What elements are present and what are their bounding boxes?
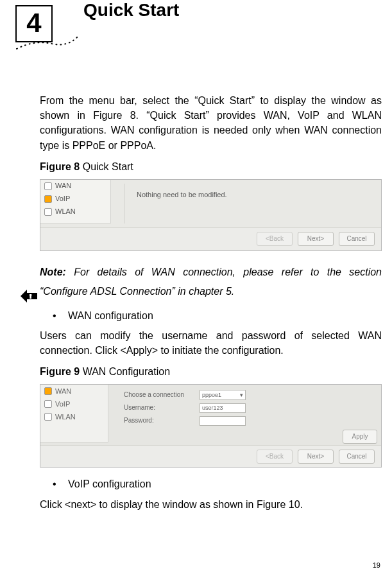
select-value: pppoe1 xyxy=(202,391,221,399)
sidebar-item-label: VoIP xyxy=(55,399,70,410)
bullet-dot-icon: • xyxy=(53,308,68,323)
divider xyxy=(124,184,124,223)
sidebar-item-label: WAN xyxy=(55,387,71,397)
figure-8-label: Figure 8 Quick Start xyxy=(40,159,382,174)
chapter-number: 4 xyxy=(15,5,53,42)
back-button[interactable]: <Back xyxy=(257,232,293,246)
password-field[interactable] xyxy=(200,416,246,426)
figure-8-sidebar: WAN VoIP WLAN xyxy=(40,180,111,223)
list-item[interactable]: WAN xyxy=(40,385,108,398)
bullet-label: WAN configuration xyxy=(68,308,153,323)
note-prefix: Note: xyxy=(40,267,66,277)
sidebar-item-label: WAN xyxy=(55,181,71,191)
intro-paragraph: From the menu bar, select the “Quick Sta… xyxy=(40,93,382,153)
figure-9: WAN VoIP WLAN Choose a connection pppoe1… xyxy=(40,384,382,468)
figure-9-sidebar: WAN VoIP WLAN xyxy=(40,385,108,442)
cancel-button[interactable]: Cancel xyxy=(339,232,375,246)
choose-connection-select[interactable]: pppoe1 ▾ xyxy=(200,390,246,400)
next-button[interactable]: Next> xyxy=(298,450,334,464)
figure-8-label-rest: Quick Start xyxy=(80,161,133,172)
list-item[interactable]: VoIP xyxy=(40,398,108,410)
figure-9-label: Figure 9 WAN Configuration xyxy=(40,364,382,379)
sidebar-item-label: WLAN xyxy=(55,207,76,217)
figure-9-label-bold: Figure 9 xyxy=(40,366,80,377)
figure-8-button-bar: <Back Next> Cancel xyxy=(40,227,381,250)
cancel-button[interactable]: Cancel xyxy=(339,450,375,464)
list-item[interactable]: WLAN xyxy=(40,206,110,218)
chevron-down-icon: ▾ xyxy=(240,391,243,399)
chapter-header: 4 Quick Start xyxy=(15,0,380,58)
choose-connection-label: Choose a connection xyxy=(124,390,196,400)
password-label: Password: xyxy=(124,416,196,426)
info-icon xyxy=(19,288,38,304)
bullet-wan-config: • WAN configuration xyxy=(53,308,382,323)
square-icon xyxy=(44,387,52,395)
square-icon xyxy=(44,182,52,190)
figure-9-label-rest: WAN Configuration xyxy=(80,366,170,377)
bullet-label: VoIP configuration xyxy=(68,477,151,491)
square-icon xyxy=(44,195,52,203)
note-body: For details of WAN connection, please re… xyxy=(40,267,382,297)
bullet-dot-icon: • xyxy=(53,477,68,491)
sidebar-item-label: WLAN xyxy=(55,412,76,423)
square-icon xyxy=(44,413,52,421)
voip-paragraph: Click <next> to display the window as sh… xyxy=(40,497,382,512)
back-button[interactable]: <Back xyxy=(257,450,293,464)
figure-9-button-bar: <Back Next> Cancel xyxy=(40,445,381,467)
list-item[interactable]: WLAN xyxy=(40,410,108,423)
figure-8: WAN VoIP WLAN Nothing need to be modifie… xyxy=(40,179,382,251)
figure-9-form: Choose a connection pppoe1 ▾ Username: u… xyxy=(124,389,375,427)
bullet-voip-config: • VoIP configuration xyxy=(53,477,382,491)
figure-8-message: Nothing need to be modified. xyxy=(137,190,227,200)
list-item[interactable]: VoIP xyxy=(40,193,110,206)
figure-8-label-bold: Figure 8 xyxy=(40,161,80,172)
page-number: 19 xyxy=(373,561,380,569)
svg-rect-2 xyxy=(30,296,31,299)
chapter-title: Quick Start xyxy=(83,0,179,21)
note-paragraph: Note: For details of WAN connection, ple… xyxy=(40,263,382,302)
wan-paragraph: Users can modify the username and passwo… xyxy=(40,328,382,358)
list-item[interactable]: WAN xyxy=(40,180,110,193)
sidebar-item-label: VoIP xyxy=(55,194,70,204)
username-label: Username: xyxy=(124,403,196,413)
square-icon xyxy=(44,400,52,408)
square-icon xyxy=(44,208,52,216)
apply-button[interactable]: Apply xyxy=(343,430,377,444)
username-field[interactable]: user123 xyxy=(200,403,246,413)
next-button[interactable]: Next> xyxy=(298,232,334,246)
